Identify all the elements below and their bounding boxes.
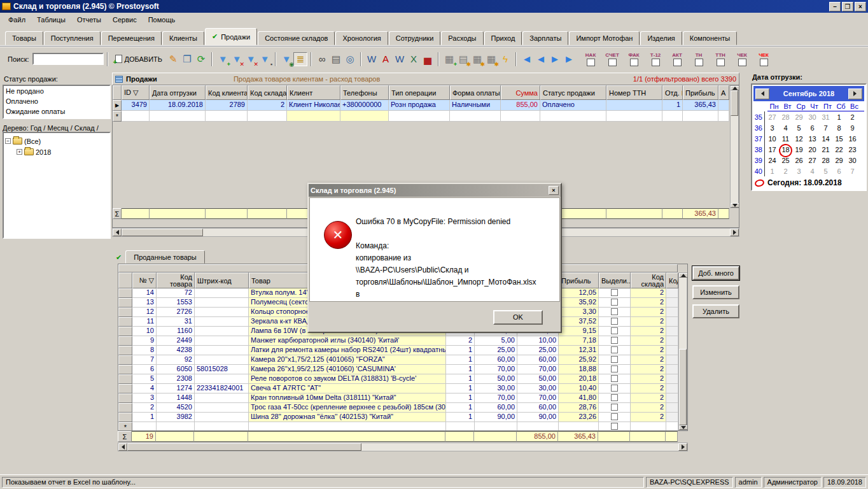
menu-item-Помощь[interactable]: Помощь [143,14,181,25]
sold-cell-select[interactable] [599,374,631,384]
sold-new-cell[interactable] [249,422,446,431]
sold-cell[interactable] [195,374,249,384]
column-header-Сумма[interactable]: Сумма [501,85,540,100]
sold-cell-extra[interactable] [666,308,678,317]
sales-cell[interactable]: 2789 [206,100,248,111]
sold-cell[interactable]: 1448 [157,393,195,403]
row-selector[interactable] [118,374,132,384]
calendar-day-6[interactable]: 6 [806,124,819,132]
sales-new-cell[interactable] [501,111,540,122]
row-selector[interactable] [118,355,132,365]
tree-panel-toggle-icon[interactable]: ≣ [293,52,307,66]
sold-cell[interactable]: 8 [132,346,157,355]
sold-cell[interactable] [195,393,249,403]
sold-cell-select[interactable] [599,317,631,327]
column-header-А[interactable]: А [718,85,729,100]
sales-vertical-scrollbar[interactable] [730,85,739,208]
sold-cell[interactable]: 28,76 [559,403,599,413]
export-font-icon[interactable]: A [379,52,393,66]
sold-cell[interactable]: 92 [157,355,195,365]
sold-cell[interactable]: 10,00 [517,336,559,346]
calendar-day-27[interactable]: 27 [806,157,819,164]
export-word-icon[interactable]: W [365,52,379,66]
status-filter-item[interactable]: Не продано [4,86,109,96]
calendar-day-15[interactable]: 15 [832,135,846,143]
calendar-day-1[interactable]: 1 [766,167,779,175]
menu-item-Сервис[interactable]: Сервис [107,14,143,25]
column-header-Код товара[interactable]: Код товара [157,273,195,288]
sold-cell[interactable] [195,308,249,317]
calendar-day-17[interactable]: 17 [766,146,779,153]
nav-last-icon[interactable]: ▶ [562,52,576,66]
sales-cell[interactable]: Клиент Николае [287,100,340,111]
checkbox-unchecked-icon[interactable] [611,385,618,392]
calendar-day-14[interactable]: 14 [819,135,832,143]
table-row[interactable]: 84238Латки для ремонта камеры набор RS24… [118,346,687,355]
sold-cell-warehouse[interactable]: 2 [631,298,666,308]
calendar-day-11[interactable]: 11 [779,135,792,143]
sold-cell[interactable]: 7 [132,355,157,365]
minimize-button[interactable]: – [829,2,841,11]
sold-cell-select[interactable] [599,336,631,346]
sales-table-selected-row[interactable]: ▶347918.09.201827892Клиент Николае+38000… [113,100,739,111]
calendar-day-19[interactable]: 19 [792,146,806,153]
tab-Сотрудники[interactable]: Сотрудники [389,31,441,45]
sold-cell-extra[interactable] [666,298,678,308]
doc-button-НАК[interactable]: НАК [581,52,600,66]
sold-cell[interactable]: 35,92 [559,298,599,308]
sold-cell[interactable] [195,336,249,346]
row-selector[interactable] [118,317,132,327]
collapse-icon[interactable]: − [5,138,11,144]
nav-next-icon[interactable]: ▶ [548,52,562,66]
sold-cell[interactable]: 50,00 [475,374,517,384]
sold-cell-warehouse[interactable]: 2 [631,327,666,336]
calendar-day-7[interactable]: 7 [846,167,859,175]
sales-cell[interactable]: 3479 [122,100,150,111]
button-Удалить[interactable]: Удалить [692,304,739,318]
sold-cell-extra[interactable] [666,288,678,298]
column-header-Дата отгрузки[interactable]: Дата отгрузки [150,85,206,100]
sales-new-cell[interactable] [450,111,501,122]
row-selector[interactable] [118,298,132,308]
tab-Состояние складов[interactable]: Состояние складов [258,31,335,45]
sold-new-cell[interactable] [631,422,666,431]
tab-Клиенты[interactable]: Клиенты [162,31,204,45]
close-button[interactable]: × [855,2,866,11]
column-header-Статус продажи[interactable]: Статус продажи [540,85,606,100]
filter-eye-icon[interactable]: ▼◉ [279,52,293,66]
sold-cell[interactable]: 20,18 [559,374,599,384]
sold-new-cell[interactable] [559,422,599,431]
calendar-day-5[interactable]: 5 [792,124,806,132]
sold-cell[interactable]: 41,80 [559,393,599,403]
sold-cell[interactable]: 90,00 [517,413,559,422]
nav-first-icon[interactable]: ◀ [520,52,534,66]
add-record-button[interactable]: ДОБАВИТЬ [111,53,167,64]
calendar-day-13[interactable]: 13 [806,135,819,143]
checkbox-unchecked-icon[interactable] [611,375,618,382]
sold-cell[interactable]: 70,00 [475,393,517,403]
sold-cell[interactable] [195,327,249,336]
calendar-prev-icon[interactable] [755,89,769,99]
sold-new-cell[interactable] [195,422,249,431]
checkbox-unchecked-icon[interactable] [611,423,618,430]
sold-cell[interactable]: 10,40 [559,384,599,393]
table-row[interactable]: 792Камера 20''х1,75/2,125 (401065) "FORZ… [118,355,687,365]
dialog-close-icon[interactable]: × [549,186,559,195]
tab-Перемещения[interactable]: Перемещения [101,31,162,45]
sold-new-cell[interactable] [517,422,559,431]
export-word-template-icon[interactable]: W [393,52,407,66]
sold-cell[interactable]: 2 [132,403,157,413]
tab-Расходы[interactable]: Расходы [441,31,483,45]
calendar-day-27[interactable]: 27 [766,113,779,121]
sold-new-cell[interactable] [157,422,195,431]
sold-cell[interactable]: 1 [446,393,475,403]
table-row[interactable]: 41274223341824001Свеча 4Т A7RTC "АТ"130,… [118,384,687,393]
sold-cell-warehouse[interactable]: 2 [631,308,666,317]
sales-cell[interactable]: Оплачено [540,100,606,111]
sold-cell[interactable]: 9,15 [559,327,599,336]
sold-cell-warehouse[interactable]: 2 [631,384,666,393]
sold-cell-select[interactable] [599,413,631,422]
column-header-Прибыль[interactable]: Прибыль [559,273,599,288]
sold-cell[interactable]: 60,00 [517,355,559,365]
sold-new-cell[interactable] [446,422,475,431]
